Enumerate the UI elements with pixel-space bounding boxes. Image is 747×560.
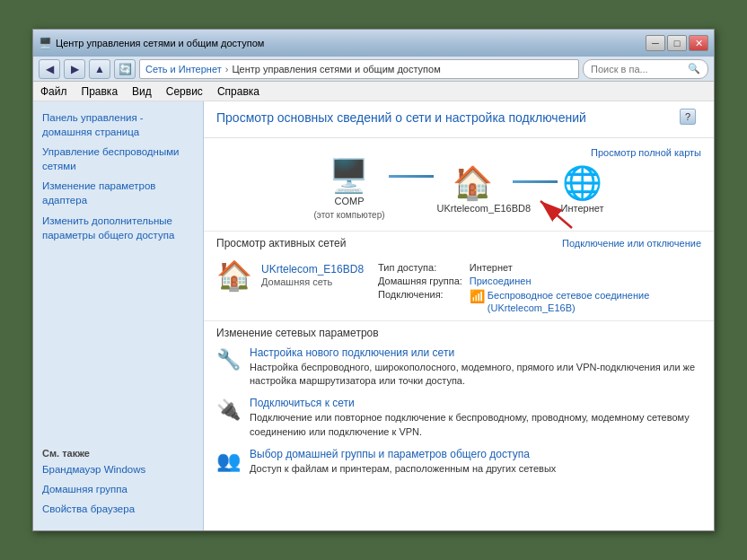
- menu-bar: Файл Правка Вид Сервис Справка: [33, 82, 714, 101]
- access-info: Тип доступа: Интернет Домашняя группа: П…: [378, 262, 701, 315]
- connections-val[interactable]: 📶 Беспроводное сетевое соединение (UKrte…: [470, 289, 701, 315]
- network-diagram: 🖥️ COMP (этот компьютер) 🏠 UKrtelecom_E1…: [216, 147, 701, 227]
- main-panel: ? Просмотр основных сведений о сети и на…: [204, 101, 714, 530]
- settings-item-1-link[interactable]: Настройка нового подключения или сети: [250, 346, 701, 359]
- svg-line-1: [540, 201, 572, 228]
- settings-icon-3: 👥: [216, 450, 241, 473]
- sidebar-link-home[interactable]: Панель управления - домашняя страница: [42, 110, 194, 139]
- forward-button[interactable]: ▶: [64, 59, 85, 79]
- menu-view[interactable]: Вид: [132, 85, 152, 98]
- content-area: Панель управления - домашняя страница Уп…: [33, 101, 714, 530]
- computer-node: 🖥️ COMP (этот компьютер): [313, 160, 384, 220]
- panel-header: Просмотр основных сведений о сети и наст…: [204, 101, 714, 138]
- home-group-val[interactable]: Присоединен: [470, 276, 701, 286]
- network-card-info: UKrtelecom_E16BD8 Домашняя сеть: [261, 263, 378, 288]
- settings-item-3-link[interactable]: Выбор домашней группы и параметров общег…: [250, 448, 556, 460]
- home-group-key: Домашняя группа:: [378, 276, 462, 286]
- sidebar-link-homegroup[interactable]: Домашняя группа: [42, 482, 194, 496]
- titlebar: 🖥️ Центр управления сетями и общим досту…: [33, 30, 714, 57]
- settings-item-3-text: Выбор домашней группы и параметров общег…: [250, 448, 556, 476]
- network-card: 🏠 UKrtelecom_E16BD8 Домашняя сеть: [216, 258, 378, 293]
- access-type-key: Тип доступа:: [378, 262, 462, 273]
- sidebar-link-adapter[interactable]: Изменение параметров адаптера: [42, 179, 194, 207]
- menu-edit[interactable]: Правка: [82, 85, 119, 98]
- window-icon: 🖥️: [39, 37, 52, 49]
- settings-item-2: 🔌 Подключиться к сети Подключение или по…: [216, 397, 701, 439]
- network-type: Домашняя сеть: [261, 276, 332, 287]
- network-row: 🏠 UKrtelecom_E16BD8 Домашняя сеть Тип до…: [204, 253, 714, 320]
- settings-item-2-desc: Подключение или повторное подключение к …: [250, 411, 701, 439]
- net-line-1: [389, 175, 434, 178]
- settings-item-1-desc: Настройка беспроводного, широкополосного…: [250, 361, 701, 389]
- search-input[interactable]: [591, 64, 688, 74]
- window-title: Центр управления сетями и общим доступом: [56, 38, 642, 48]
- minimize-button[interactable]: ─: [646, 35, 665, 51]
- search-icon: 🔍: [688, 63, 700, 74]
- see-also-title: См. также: [42, 448, 194, 459]
- net-line-2: [513, 180, 558, 183]
- settings-title: Изменение сетевых параметров: [216, 327, 701, 339]
- settings-item-1-text: Настройка нового подключения или сети На…: [250, 346, 701, 389]
- breadcrumb-sep-1: ›: [225, 64, 229, 74]
- settings-item-3: 👥 Выбор домашней группы и параметров общ…: [216, 448, 701, 476]
- titlebar-buttons: ─ □ ✕: [646, 35, 708, 51]
- settings-icon-1: 🔧: [216, 348, 241, 372]
- network-card-icon: 🏠: [216, 258, 252, 293]
- active-networks-title: Просмотр активных сетей: [216, 237, 346, 249]
- connections-text: Беспроводное сетевое соединение (UKrtele…: [488, 289, 701, 315]
- computer-icon: 🖥️: [329, 160, 369, 192]
- menu-file[interactable]: Файл: [40, 85, 67, 98]
- sidebar-link-browser[interactable]: Свойства браузера: [42, 502, 194, 516]
- sidebar-link-wireless[interactable]: Управление беспроводными сетями: [42, 144, 194, 173]
- sidebar-link-sharing[interactable]: Изменить дополнительные параметры общего…: [42, 214, 194, 242]
- sidebar-link-firewall[interactable]: Брандмауэр Windows: [42, 462, 194, 477]
- settings-icon-2: 🔌: [216, 398, 241, 422]
- settings-item-1: 🔧 Настройка нового подключения или сети …: [216, 346, 701, 389]
- settings-item-2-link[interactable]: Подключиться к сети: [250, 397, 701, 409]
- up-button[interactable]: ▲: [89, 59, 110, 79]
- help-button[interactable]: ?: [680, 109, 696, 125]
- settings-item-3-desc: Доступ к файлам и принтерам, расположенн…: [250, 462, 556, 476]
- refresh-button[interactable]: 🔄: [114, 59, 136, 79]
- settings-section: Изменение сетевых параметров 🔧 Настройка…: [204, 320, 714, 489]
- close-button[interactable]: ✕: [689, 35, 708, 51]
- connections-key: Подключения:: [378, 289, 462, 315]
- router-node: 🏠 UKrtelecom_E16BD8: [437, 167, 509, 214]
- network-diagram-container: Просмотр полной карты 🖥️ COMP (этот комп…: [204, 138, 714, 231]
- connect-disconnect-link[interactable]: Подключение или отключение: [562, 238, 701, 249]
- settings-item-2-text: Подключиться к сети Подключение или повт…: [250, 397, 701, 439]
- active-networks-header: Просмотр активных сетей Подключение или …: [204, 231, 714, 253]
- computer-sublabel: (этот компьютер): [313, 210, 384, 220]
- menu-service[interactable]: Сервис: [166, 85, 203, 98]
- router-icon: 🏠: [453, 167, 493, 199]
- sidebar: Панель управления - домашняя страница Уп…: [33, 101, 204, 530]
- panel-title: Просмотр основных сведений о сети и наст…: [216, 110, 701, 125]
- address-bar: ◀ ▶ ▲ 🔄 Сеть и Интернет › Центр управлен…: [33, 57, 714, 82]
- router-label: UKrtelecom_E16BD8: [437, 203, 509, 214]
- arrow-overlay: [527, 188, 581, 235]
- main-window: 🖥️ Центр управления сетями и общим досту…: [32, 29, 715, 531]
- search-bar: 🔍: [583, 59, 708, 79]
- maximize-button[interactable]: □: [667, 35, 687, 51]
- network-name[interactable]: UKrtelecom_E16BD8: [261, 263, 364, 276]
- computer-label: COMP: [334, 196, 364, 206]
- breadcrumb: Сеть и Интернет › Центр управления сетям…: [139, 59, 579, 79]
- back-button[interactable]: ◀: [39, 59, 60, 79]
- menu-help[interactable]: Справка: [217, 85, 259, 98]
- access-type-val: Интернет: [470, 262, 701, 273]
- breadcrumb-link-1[interactable]: Сеть и Интернет: [145, 64, 222, 74]
- breadcrumb-current: Центр управления сетями и общим доступом: [232, 64, 440, 74]
